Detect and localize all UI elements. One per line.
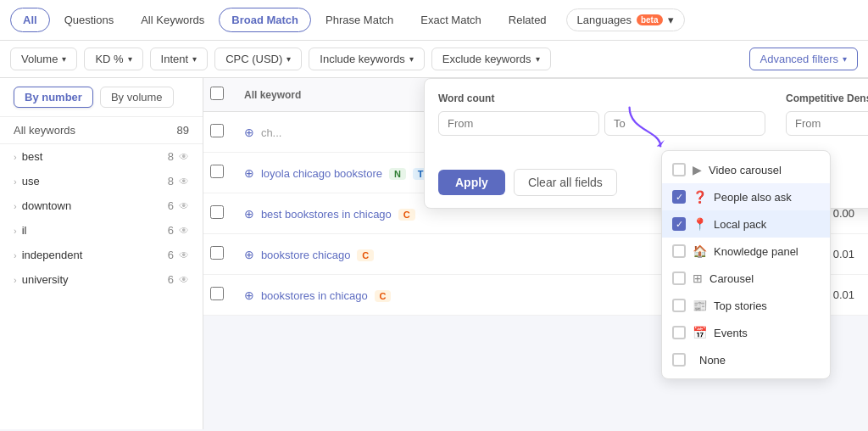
add-icon: ⊕ — [244, 288, 254, 302]
row-checkbox[interactable] — [210, 287, 224, 300]
kd-label: KD % — [95, 53, 123, 65]
eye-icon: 👁 — [179, 249, 189, 261]
row-checkbox[interactable] — [210, 246, 224, 260]
comp-density-from-input[interactable] — [786, 111, 868, 136]
sidebar-item-use[interactable]: › use 8 👁 — [0, 169, 203, 193]
dropdown-item-top-stories[interactable]: 📰 Top stories — [662, 292, 830, 319]
dropdown-item-label: People also ask — [714, 191, 792, 204]
sidebar-item-il[interactable]: › il 6 👁 — [0, 218, 203, 243]
checkbox-local-pack[interactable]: ✓ — [672, 217, 686, 231]
header-checkbox-cell — [210, 87, 237, 103]
filter-row: Volume ▾ KD % ▾ Intent ▾ CPC (USD) ▾ Inc… — [0, 41, 868, 78]
include-keywords-filter[interactable]: Include keywords ▾ — [309, 48, 424, 70]
dropdown-item-label: None — [699, 354, 726, 367]
sidebar-item-best[interactable]: › best 8 👁 — [0, 144, 203, 169]
dropdown-item-people-also-ask[interactable]: ✓ ❓ People also ask — [662, 183, 830, 210]
dropdown-item-local-pack[interactable]: ✓ 📍 Local pack — [662, 210, 830, 238]
all-keywords-label: All keywords — [14, 124, 75, 137]
clear-all-button[interactable]: Clear all fields — [514, 169, 617, 196]
sidebar-item-count: 6 — [168, 273, 174, 286]
dropdown-item-events[interactable]: 📅 Events — [662, 319, 830, 346]
language-button[interactable]: Languages beta ▾ — [566, 8, 685, 31]
tab-all[interactable]: All — [10, 8, 50, 32]
sidebar-item-independent[interactable]: › independent 6 👁 — [0, 243, 203, 267]
add-icon: ⊕ — [244, 207, 254, 221]
eye-icon: 👁 — [179, 200, 189, 212]
intent-filter[interactable]: Intent ▾ — [150, 48, 209, 70]
dropdown-item-video-carousel[interactable]: ▶ Video carousel — [662, 156, 830, 183]
exclude-keywords-filter[interactable]: Exclude keywords ▾ — [431, 48, 551, 70]
dropdown-item-none[interactable]: None — [662, 346, 830, 373]
checkbox-carousel[interactable] — [672, 271, 686, 285]
cpc-label: CPC (USD) — [225, 53, 282, 65]
chevron-down-icon: ▾ — [409, 54, 414, 64]
content-area: By number By volume All keywords 89 › be… — [0, 78, 868, 429]
keyword-link[interactable]: best bookstores in chicago — [261, 208, 392, 221]
top-nav: All Questions All Keywords Broad Match P… — [0, 0, 868, 41]
popup-top-section: Word count Competitive Density — [425, 79, 868, 160]
cpc-filter[interactable]: CPC (USD) ▾ — [214, 48, 302, 70]
tag-n: N — [389, 168, 406, 180]
all-keywords-count: 89 — [177, 124, 189, 137]
checkbox-knowledge-panel[interactable] — [672, 244, 686, 258]
chevron-down-icon: ▾ — [668, 14, 674, 26]
sidebar-item-label: downtown — [22, 199, 163, 212]
sidebar-view-toggle: By number By volume — [0, 78, 203, 117]
eye-icon: 👁 — [179, 225, 189, 237]
checkbox-video-carousel[interactable] — [672, 163, 686, 176]
sidebar-item-label: best — [22, 150, 163, 163]
chevron-right-icon: › — [14, 152, 17, 162]
view-by-number-button[interactable]: By number — [14, 87, 93, 108]
select-all-checkbox[interactable] — [210, 87, 224, 100]
tab-all-keywords[interactable]: All Keywords — [128, 8, 217, 32]
row-checkbox[interactable] — [210, 205, 224, 219]
chevron-right-icon: › — [14, 250, 17, 260]
word-count-from-input[interactable] — [438, 111, 599, 136]
kd-filter[interactable]: KD % ▾ — [84, 48, 142, 70]
include-label: Include keywords — [320, 53, 404, 65]
local-pack-icon: 📍 — [693, 217, 707, 231]
chevron-down-icon: ▾ — [843, 54, 847, 64]
view-by-volume-button[interactable]: By volume — [100, 87, 174, 108]
competitive-density-label: Competitive Density — [786, 92, 868, 104]
checkbox-none[interactable] — [672, 353, 686, 367]
tab-broad-match[interactable]: Broad Match — [219, 8, 311, 32]
tab-questions[interactable]: Questions — [52, 8, 127, 32]
keyword-link[interactable]: bookstore chicago — [261, 249, 351, 261]
sidebar-item-label: il — [22, 224, 163, 237]
tag-c: C — [375, 290, 392, 302]
chevron-down-icon: ▾ — [128, 54, 132, 64]
tag-c: C — [357, 249, 374, 261]
beta-badge: beta — [637, 14, 663, 25]
chevron-down-icon: ▾ — [62, 54, 66, 64]
row-checkbox[interactable] — [210, 165, 224, 178]
dropdown-item-carousel[interactable]: ⊞ Carousel — [662, 265, 830, 292]
knowledge-panel-icon: 🏠 — [693, 244, 707, 258]
advanced-filters-button[interactable]: Advanced filters ▾ — [749, 48, 859, 70]
dropdown-item-label: Video carousel — [709, 164, 782, 176]
volume-filter[interactable]: Volume ▾ — [10, 48, 77, 70]
word-count-to-input[interactable] — [604, 111, 765, 136]
keyword-link[interactable]: ch... — [261, 126, 282, 139]
row-checkbox[interactable] — [210, 124, 224, 137]
chevron-right-icon: › — [14, 275, 17, 285]
keyword-link[interactable]: loyola chicago bookstore — [261, 167, 382, 180]
dropdown-item-label: Knowledge panel — [714, 245, 798, 258]
keyword-link[interactable]: bookstores in chicago — [261, 289, 368, 302]
advanced-filters-label: Advanced filters — [760, 53, 839, 65]
apply-button[interactable]: Apply — [438, 170, 505, 195]
tab-phrase-match[interactable]: Phrase Match — [313, 8, 406, 32]
checkbox-top-stories[interactable] — [672, 299, 686, 312]
sidebar-item-downtown[interactable]: › downtown 6 👁 — [0, 193, 203, 218]
tab-related[interactable]: Related — [496, 8, 559, 32]
checkbox-events[interactable] — [672, 326, 686, 339]
volume-label: Volume — [21, 53, 58, 65]
checkbox-people-also-ask[interactable]: ✓ — [672, 190, 686, 204]
tab-exact-match[interactable]: Exact Match — [408, 8, 494, 32]
sidebar-item-university[interactable]: › university 6 👁 — [0, 267, 203, 292]
sidebar-item-label: use — [22, 175, 163, 188]
chevron-right-icon: › — [14, 226, 17, 236]
eye-icon: 👁 — [179, 274, 189, 286]
competitive-density-inputs — [786, 111, 868, 136]
dropdown-item-knowledge-panel[interactable]: 🏠 Knowledge panel — [662, 238, 830, 265]
